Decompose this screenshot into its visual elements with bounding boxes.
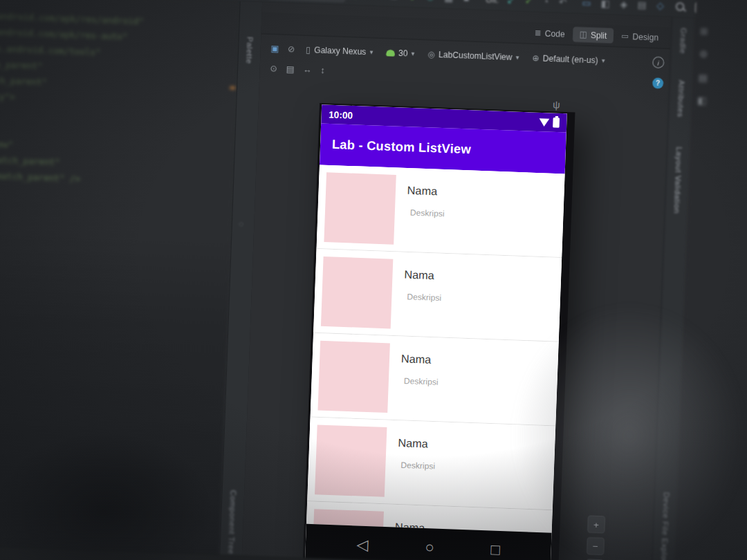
- tab-design[interactable]: ▭ Design: [614, 28, 665, 46]
- preview-device-dropdown[interactable]: ▯ Galaxy Nexus ▾: [306, 44, 374, 57]
- back-button[interactable]: ◁: [356, 536, 369, 552]
- zoom-controls: + − □: [586, 515, 605, 560]
- debug-icon[interactable]: ✚: [408, 0, 417, 8]
- api-level-label: 30: [398, 48, 408, 57]
- xml-code: xmlns:android="http://schemas.android.co…: [0, 3, 144, 189]
- gear-icon[interactable]: ⚙: [699, 48, 708, 59]
- item-title: Nama: [407, 184, 437, 198]
- design-icon: ▭: [621, 31, 629, 41]
- android-studio-window: ⚙ app ▾ ▯ Pixel 3 API 28 ▾ ▶ ↻ ≣ ✚ ⊙ ▦ ■…: [0, 0, 747, 560]
- profiler-icon[interactable]: ⊙: [426, 0, 435, 8]
- sidebar-item-gradle[interactable]: Gradle: [679, 28, 688, 54]
- code-icon: ≣: [535, 28, 542, 38]
- screenshot-scene: ⚙ app ▾ ▯ Pixel 3 API 28 ▾ ▶ ↻ ≣ ✚ ⊙ ▦ ■…: [0, 0, 747, 560]
- list-item[interactable]: Nama Deskripsi: [317, 165, 565, 258]
- item-image-placeholder: [321, 256, 393, 328]
- grid-icon[interactable]: ▦: [444, 0, 454, 9]
- listview[interactable]: Nama Deskripsi Nama Deskripsi Nama: [306, 165, 565, 532]
- panel-icon[interactable]: ⊞: [700, 26, 708, 37]
- stripe-dot-icon: ◌: [239, 219, 243, 228]
- git-commit-icon[interactable]: ✓: [524, 0, 533, 12]
- recents-button[interactable]: □: [490, 541, 500, 557]
- device-dropdown[interactable]: ▯ Pixel 3 API 28 ▾: [267, 0, 345, 2]
- sidebar-item-device-file-explorer[interactable]: Device File Explorer: [659, 492, 671, 560]
- sidebar-item-layout-validation[interactable]: Layout Validation: [672, 147, 683, 214]
- bug-report-icon[interactable]: ◇: [656, 0, 665, 17]
- scrollbar-warning-mark: [230, 86, 235, 88]
- info-icon[interactable]: i: [652, 57, 664, 68]
- home-button[interactable]: ○: [425, 539, 434, 554]
- item-description: Deskripsi: [400, 460, 435, 470]
- orientation-h-icon[interactable]: ↔: [302, 59, 312, 81]
- build-menu-icon[interactable]: ≣: [389, 0, 398, 7]
- list-item[interactable]: Nama Deskripsi: [311, 333, 559, 427]
- locale-dropdown[interactable]: ⊕ Default (en-us) ▾: [532, 53, 605, 66]
- git-label: Git:: [486, 0, 499, 4]
- device-preview[interactable]: 10:00 Lab - Custom ListView: [303, 103, 575, 560]
- help-icon[interactable]: ?: [652, 77, 663, 88]
- blueprint-list-icon[interactable]: ▤: [286, 58, 295, 80]
- orientation-v-icon[interactable]: ↕: [320, 59, 325, 82]
- inspector-icon[interactable]: ◧: [697, 95, 706, 106]
- design-canvas[interactable]: ψ 10:00 Lab - Custom ListView: [241, 77, 669, 560]
- item-image-placeholder: [317, 341, 389, 413]
- layers-icon[interactable]: ▣: [270, 37, 279, 59]
- device-manager-icon[interactable]: ▭: [582, 0, 591, 15]
- item-title: Nama: [401, 353, 432, 366]
- code-editor[interactable]: xmlns:android="http://schemas.android.co…: [0, 0, 240, 560]
- theme-dropdown[interactable]: ◎ LabCustomListView ▾: [427, 49, 519, 63]
- git-history-icon[interactable]: ◔: [542, 0, 548, 12]
- tab-split-label: Split: [591, 30, 607, 39]
- split-icon: ◫: [579, 30, 587, 39]
- apply-changes-icon[interactable]: ↻: [371, 0, 380, 6]
- status-time: 10:00: [329, 109, 353, 120]
- item-description: Deskripsi: [407, 292, 441, 302]
- device-screen: 10:00 Lab - Custom ListView: [305, 104, 567, 560]
- ai-assistant-icon[interactable]: ◈: [620, 0, 628, 15]
- theme-label: LabCustomListView: [439, 50, 513, 61]
- item-image-placeholder: [315, 424, 387, 496]
- item-title: Nama: [404, 268, 434, 282]
- item-description: Deskripsi: [404, 376, 439, 386]
- item-image-placeholder: [324, 172, 396, 244]
- git-update-icon[interactable]: ↙: [506, 0, 515, 12]
- zoom-out-button[interactable]: −: [587, 537, 605, 555]
- tab-split[interactable]: ◫ Split: [573, 27, 614, 44]
- app-title: Lab - Custom ListView: [331, 137, 471, 157]
- api-level-dropdown[interactable]: 30 ▾: [386, 48, 415, 58]
- preview-device-label: Galaxy Nexus: [314, 46, 367, 56]
- logcat-icon[interactable]: ▤: [637, 0, 647, 16]
- design-surface-icon[interactable]: ⊘: [287, 38, 295, 60]
- logcat-icon[interactable]: ▤: [699, 72, 708, 83]
- chevron-down-icon: ▾: [516, 54, 519, 62]
- tab-design-label: Design: [632, 32, 658, 41]
- zoom-in-button[interactable]: +: [587, 515, 605, 533]
- theme-icon: ◎: [427, 49, 435, 59]
- antenna-icon: ψ: [553, 99, 560, 111]
- battery-icon: [553, 118, 560, 128]
- view-options-eye-icon[interactable]: ⊙: [270, 57, 278, 80]
- stop-icon[interactable]: ■: [463, 0, 469, 10]
- chevron-down-icon: ▾: [411, 50, 414, 57]
- android-icon: [386, 49, 395, 56]
- git-rollback-icon[interactable]: ↶: [558, 0, 567, 13]
- list-item[interactable]: Nama Deskripsi: [307, 418, 555, 511]
- item-description: Deskripsi: [410, 208, 445, 218]
- status-icons: [539, 117, 560, 128]
- tab-code[interactable]: ≣ Code: [528, 25, 571, 41]
- locale-label: Default (en-us): [543, 54, 598, 65]
- chevron-down-icon: ▾: [369, 48, 373, 56]
- chevron-down-icon: ▾: [602, 57, 605, 64]
- sidebar-item-palette[interactable]: Palette: [245, 37, 255, 64]
- sidebar-item-attributes[interactable]: Attributes: [676, 80, 686, 118]
- tab-code-label: Code: [545, 29, 565, 39]
- list-item[interactable]: Nama Deskripsi: [313, 249, 562, 342]
- wifi-icon: [539, 118, 549, 127]
- design-pane: ≣ Code ◫ Split ▭ Design ▣ ⊘ ▯ Galaxy Nex…: [241, 2, 672, 560]
- search-icon[interactable]: [674, 1, 685, 12]
- phone-icon: ▯: [306, 44, 311, 55]
- sidebar-item-component-tree[interactable]: Component Tree: [227, 490, 238, 555]
- item-title: Nama: [398, 436, 428, 450]
- layout-inspector-icon[interactable]: ◧: [600, 0, 610, 15]
- globe-icon: ⊕: [532, 53, 540, 63]
